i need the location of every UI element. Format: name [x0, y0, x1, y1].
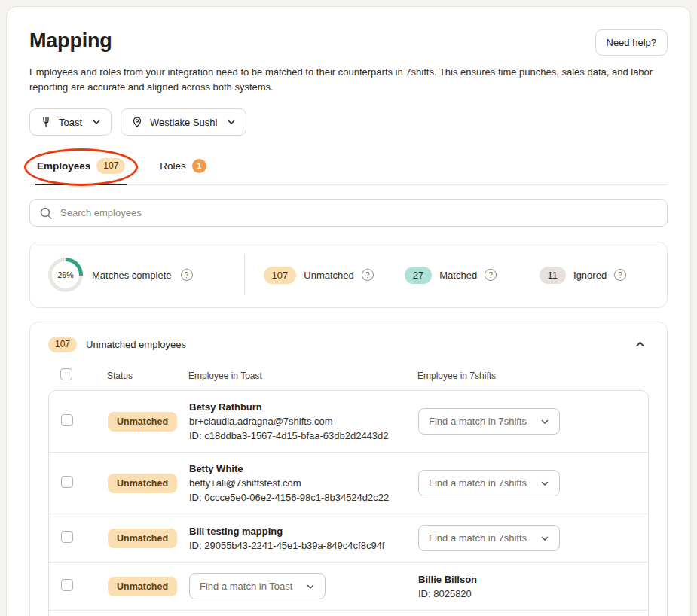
integration-dropdown-label: Toast — [59, 117, 82, 128]
chevron-down-icon — [540, 534, 549, 543]
employee-table: Unmatched Betsy Rathburn br+claudia.adra… — [48, 390, 649, 616]
search-icon — [39, 206, 53, 220]
employee-id: ID: 0ccce5e0-06e2-4156-98c1-8b34524d2c22 — [189, 492, 418, 503]
fork-icon — [40, 116, 52, 128]
search-bar — [29, 199, 668, 227]
progress-ring: 26% — [48, 258, 83, 292]
dropdown-label: Find a match in 7shifts — [429, 477, 527, 489]
row-checkbox[interactable] — [61, 476, 73, 488]
location-dropdown-label: Westlake Sushi — [150, 117, 217, 128]
matches-complete-stat: 26% Matches complete ? — [48, 258, 237, 292]
find-match-in-7shifts-dropdown[interactable]: Find a match in 7shifts — [418, 470, 560, 496]
matched-count-badge: 27 — [405, 267, 432, 284]
employee-email: betty+ali@7shiftstest.com — [189, 477, 418, 489]
chevron-down-icon — [92, 117, 101, 127]
table-row: Unmatched Bill testing mapping ID: 29055… — [49, 514, 648, 562]
find-match-in-toast-dropdown[interactable]: Find a match in Toast — [189, 573, 326, 599]
table-row — [49, 610, 648, 616]
select-all-checkbox[interactable] — [60, 368, 72, 380]
stats-divider — [244, 255, 245, 295]
find-match-in-7shifts-dropdown[interactable]: Find a match in 7shifts — [418, 525, 560, 551]
tab-roles-label: Roles — [160, 160, 186, 172]
page-header: Mapping Need help? — [29, 29, 668, 56]
unmatched-label: Unmatched — [304, 270, 353, 281]
status-badge: Unmatched — [108, 577, 177, 596]
help-icon[interactable]: ? — [362, 269, 374, 281]
location-dropdown[interactable]: Westlake Sushi — [121, 108, 246, 136]
employee-id: ID: 8025820 — [418, 588, 648, 599]
table-row: Unmatched Find a match in Toast Billie B… — [49, 562, 648, 610]
unmatched-employees-section: 107 Unmatched employees Status Employee … — [29, 322, 668, 616]
mapping-page-card: Mapping Need help? Employees and roles f… — [6, 6, 691, 616]
matched-label: Matched — [439, 270, 477, 281]
tab-employees[interactable]: Employees 107 — [35, 155, 127, 184]
chevron-down-icon — [306, 582, 315, 591]
matched-stat: 27 Matched ? — [384, 267, 516, 284]
section-header: 107 Unmatched employees — [48, 336, 649, 353]
tab-roles[interactable]: Roles 1 — [158, 155, 208, 184]
column-header-employee-in-7shifts: Employee in 7shifts — [417, 371, 649, 381]
dropdown-label: Find a match in 7shifts — [429, 532, 527, 544]
location-pin-icon — [131, 116, 143, 128]
page-title: Mapping — [29, 29, 112, 53]
employee-name: Billie Billson — [418, 574, 648, 585]
table-row: Unmatched Betty White betty+ali@7shiftst… — [49, 452, 648, 514]
status-badge: Unmatched — [108, 529, 177, 548]
employee-email: br+claudia.adragna@7shifts.com — [189, 416, 418, 427]
tab-roles-count-badge: 1 — [192, 159, 206, 173]
progress-percent: 26% — [52, 261, 79, 288]
employee-toast-info: Bill testing mapping ID: 29055b43-2241-4… — [189, 526, 418, 551]
status-badge: Unmatched — [108, 412, 177, 432]
ignored-stat: 11 Ignored ? — [517, 267, 649, 284]
chevron-down-icon — [540, 479, 549, 488]
employee-toast-info: Betsy Rathburn br+claudia.adragna@7shift… — [189, 401, 418, 441]
employee-toast-info: Betty White betty+ali@7shiftstest.com ID… — [189, 463, 418, 503]
tab-employees-count-badge: 107 — [96, 158, 125, 174]
collapse-section-button[interactable] — [631, 336, 649, 353]
unmatched-stat: 107 Unmatched ? — [252, 267, 384, 284]
dropdown-label: Find a match in Toast — [200, 581, 292, 592]
help-icon[interactable]: ? — [181, 269, 193, 281]
row-checkbox[interactable] — [61, 414, 73, 426]
find-match-in-7shifts-dropdown[interactable]: Find a match in 7shifts — [418, 408, 560, 435]
search-employees-input[interactable] — [29, 199, 668, 227]
ignored-count-badge: 11 — [540, 267, 567, 284]
unmatched-count-badge: 107 — [264, 267, 297, 284]
status-badge: Unmatched — [108, 474, 177, 493]
employee-id: ID: c18ddba3-1567-4d15-bfaa-63db2d2443d2 — [189, 430, 418, 441]
tab-bar: Employees 107 Roles 1 — [29, 155, 668, 185]
row-checkbox[interactable] — [61, 579, 73, 591]
page-description: Employees and roles from your integratio… — [29, 65, 668, 95]
employee-name: Betty White — [189, 463, 418, 474]
column-header-employee-in-toast: Employee in Toast — [188, 371, 417, 381]
employee-name: Betsy Rathburn — [189, 401, 418, 413]
integration-dropdown[interactable]: Toast — [29, 108, 112, 136]
section-title: Unmatched employees — [86, 339, 186, 350]
table-header-row: Status Employee in Toast Employee in 7sh… — [48, 353, 649, 390]
dropdown-label: Find a match in 7shifts — [429, 416, 527, 427]
table-row: Unmatched Betsy Rathburn br+claudia.adra… — [49, 391, 648, 452]
tab-employees-label: Employees — [37, 160, 90, 172]
chevron-up-icon — [634, 339, 646, 350]
ignored-label: Ignored — [573, 270, 607, 281]
help-icon[interactable]: ? — [614, 269, 626, 281]
section-count-badge: 107 — [48, 337, 77, 352]
chevron-down-icon — [227, 117, 236, 127]
filter-bar: Toast Westlake Sushi — [29, 108, 668, 136]
employee-name: Bill testing mapping — [189, 526, 418, 537]
employee-7shifts-info: Billie Billson ID: 8025820 — [418, 574, 648, 599]
column-header-status: Status — [107, 371, 188, 381]
employee-id: ID: 29055b43-2241-45e1-b39a-849c4cf8c94f — [189, 540, 418, 551]
match-stats-card: 26% Matches complete ? 107 Unmatched ? 2… — [29, 242, 668, 308]
need-help-button[interactable]: Need help? — [595, 29, 668, 56]
matches-complete-label: Matches complete — [92, 270, 172, 281]
row-checkbox[interactable] — [61, 531, 73, 543]
help-icon[interactable]: ? — [485, 269, 497, 281]
chevron-down-icon — [540, 417, 549, 426]
